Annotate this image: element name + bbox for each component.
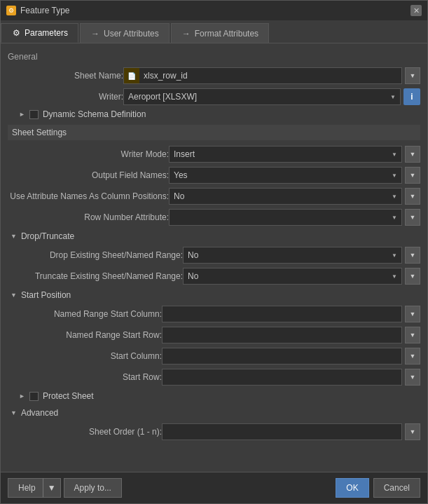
- protect-sheet-row: ► Protect Sheet: [19, 391, 420, 401]
- writer-mode-select[interactable]: Insert ▼: [169, 146, 402, 163]
- named-range-start-row-label: Named Range Start Row:: [8, 330, 162, 340]
- row-number-attribute-dropdown-btn[interactable]: ▼: [405, 209, 420, 226]
- sheet-name-row: Sheet Name: 📄 xlsx_row_id ▼: [8, 67, 420, 84]
- truncate-existing-value: No: [188, 271, 198, 281]
- output-field-names-value: Yes: [174, 170, 188, 180]
- help-dropdown-btn[interactable]: ▼: [43, 478, 61, 498]
- named-range-start-col-control: ▼: [162, 306, 420, 322]
- start-position-collapse-icon: ▼: [11, 292, 17, 299]
- sheet-order-label: Sheet Order (1 - n):: [8, 427, 162, 437]
- start-column-input[interactable]: [162, 348, 402, 365]
- window-icon: ⚙: [6, 6, 16, 15]
- row-number-attribute-control: ▼ ▼: [169, 209, 420, 226]
- protect-sheet-checkbox[interactable]: [29, 392, 39, 401]
- row-number-attribute-label: Row Number Attribute:: [8, 212, 169, 222]
- start-position-label: Start Position: [21, 290, 71, 300]
- start-column-dropdown-btn[interactable]: ▼: [405, 348, 420, 365]
- named-range-start-col-row: Named Range Start Column: ▼: [8, 306, 420, 322]
- help-button[interactable]: Help: [8, 478, 43, 498]
- drop-existing-control: No ▼ ▼: [183, 247, 420, 264]
- start-row-label: Start Row:: [8, 372, 162, 382]
- start-position-header[interactable]: ▼ Start Position: [8, 289, 420, 301]
- tab-format-attributes-icon: →: [181, 29, 191, 39]
- truncate-existing-select[interactable]: No ▼: [183, 268, 402, 285]
- drop-existing-label: Drop Existing Sheet/Named Range:: [8, 250, 183, 260]
- use-attribute-names-dropdown-btn[interactable]: ▼: [405, 188, 420, 205]
- sheet-order-input[interactable]: [162, 423, 402, 440]
- output-field-names-dropdown-btn[interactable]: ▼: [405, 167, 420, 184]
- named-range-start-col-dropdown-btn[interactable]: ▼: [405, 306, 420, 322]
- row-number-attribute-select[interactable]: ▼: [169, 209, 402, 226]
- writer-arrow-icon: ▼: [390, 94, 396, 100]
- named-range-start-col-label: Named Range Start Column:: [8, 309, 162, 319]
- advanced-label: Advanced: [21, 408, 58, 418]
- truncate-existing-row: Truncate Existing Sheet/Named Range: No …: [8, 268, 420, 285]
- tab-bar: ⚙ Parameters → User Attributes → Format …: [1, 20, 427, 43]
- advanced-header[interactable]: ▼ Advanced: [8, 407, 420, 419]
- tab-parameters-icon: ⚙: [11, 28, 21, 38]
- sheet-name-value: xlsx_row_id: [139, 71, 401, 81]
- use-attribute-names-value: No: [174, 191, 184, 201]
- drop-truncate-header[interactable]: ▼ Drop/Truncate: [8, 230, 420, 243]
- use-attribute-names-control: No ▼ ▼: [169, 188, 420, 205]
- tab-user-attributes[interactable]: → User Attributes: [80, 23, 170, 43]
- sheet-order-dropdown-btn[interactable]: ▼: [405, 423, 420, 440]
- output-field-names-label: Output Field Names:: [8, 170, 169, 180]
- writer-mode-arrow-icon: ▼: [392, 151, 397, 158]
- sheet-name-control: 📄 xlsx_row_id ▼: [123, 67, 420, 84]
- content-area: General Sheet Name: 📄 xlsx_row_id ▼ Writ…: [1, 43, 427, 472]
- drop-existing-arrow-icon: ▼: [392, 252, 397, 259]
- apply-to-button[interactable]: Apply to...: [64, 478, 122, 498]
- general-section-label: General: [8, 52, 420, 62]
- named-range-start-row-input[interactable]: [162, 327, 402, 343]
- drop-existing-dropdown-btn[interactable]: ▼: [405, 247, 420, 264]
- named-range-start-row-dropdown-btn[interactable]: ▼: [405, 327, 420, 343]
- writer-value: Aeroport [XLSXW]: [128, 92, 197, 102]
- writer-info-btn[interactable]: i: [403, 88, 420, 105]
- start-row-dropdown-btn[interactable]: ▼: [405, 369, 420, 386]
- drop-existing-value: No: [188, 250, 198, 260]
- row-number-attribute-arrow-icon: ▼: [392, 214, 397, 221]
- tab-user-attributes-label: User Attributes: [104, 29, 159, 39]
- dynamic-schema-collapse-arrow: ►: [19, 111, 25, 118]
- tab-format-attributes[interactable]: → Format Attributes: [171, 23, 269, 43]
- truncate-existing-arrow-icon: ▼: [392, 273, 397, 280]
- sheet-name-label: Sheet Name:: [8, 71, 123, 81]
- start-row-input[interactable]: [162, 369, 402, 386]
- close-button[interactable]: ✕: [410, 5, 422, 16]
- start-column-control: ▼: [162, 348, 420, 365]
- writer-row: Writer: Aeroport [XLSXW] ▼ i: [8, 88, 420, 105]
- writer-mode-dropdown-btn[interactable]: ▼: [405, 146, 420, 163]
- sheet-name-file-icon: 📄: [124, 68, 139, 83]
- named-range-start-col-input[interactable]: [162, 306, 402, 322]
- sheet-name-input-wrap[interactable]: 📄 xlsx_row_id: [123, 67, 402, 84]
- truncate-existing-label: Truncate Existing Sheet/Named Range:: [8, 271, 183, 281]
- footer-right: OK Cancel: [336, 478, 420, 498]
- start-row-control: ▼: [162, 369, 420, 386]
- ok-button[interactable]: OK: [336, 478, 368, 498]
- row-number-attribute-row: Row Number Attribute: ▼ ▼: [8, 209, 420, 226]
- title-bar-left: ⚙ Feature Type: [6, 6, 70, 15]
- sheet-order-row: Sheet Order (1 - n): ▼: [8, 423, 420, 440]
- writer-mode-label: Writer Mode:: [8, 149, 169, 159]
- named-range-start-row-row: Named Range Start Row: ▼: [8, 327, 420, 343]
- cancel-button[interactable]: Cancel: [373, 478, 420, 498]
- dynamic-schema-checkbox[interactable]: [29, 110, 39, 119]
- sheet-name-dropdown-btn[interactable]: ▼: [405, 67, 420, 84]
- use-attribute-names-row: Use Attribute Names As Column Positions:…: [8, 188, 420, 205]
- output-field-names-select[interactable]: Yes ▼: [169, 167, 402, 184]
- writer-label: Writer:: [8, 92, 123, 102]
- dynamic-schema-label: Dynamic Schema Definition: [43, 109, 146, 119]
- tab-parameters[interactable]: ⚙ Parameters: [1, 23, 78, 43]
- footer-left: Help ▼ Apply to...: [8, 478, 122, 498]
- drop-existing-row: Drop Existing Sheet/Named Range: No ▼ ▼: [8, 247, 420, 264]
- tab-parameters-label: Parameters: [25, 28, 68, 38]
- truncate-existing-dropdown-btn[interactable]: ▼: [405, 268, 420, 285]
- use-attribute-names-select[interactable]: No ▼: [169, 188, 402, 205]
- start-column-row: Start Column: ▼: [8, 348, 420, 365]
- writer-mode-control: Insert ▼ ▼: [169, 146, 420, 163]
- drop-existing-select[interactable]: No ▼: [183, 247, 402, 264]
- writer-select[interactable]: Aeroport [XLSXW] ▼: [123, 88, 401, 105]
- sheet-settings-label: Sheet Settings: [12, 128, 67, 137]
- output-field-names-arrow-icon: ▼: [392, 172, 397, 179]
